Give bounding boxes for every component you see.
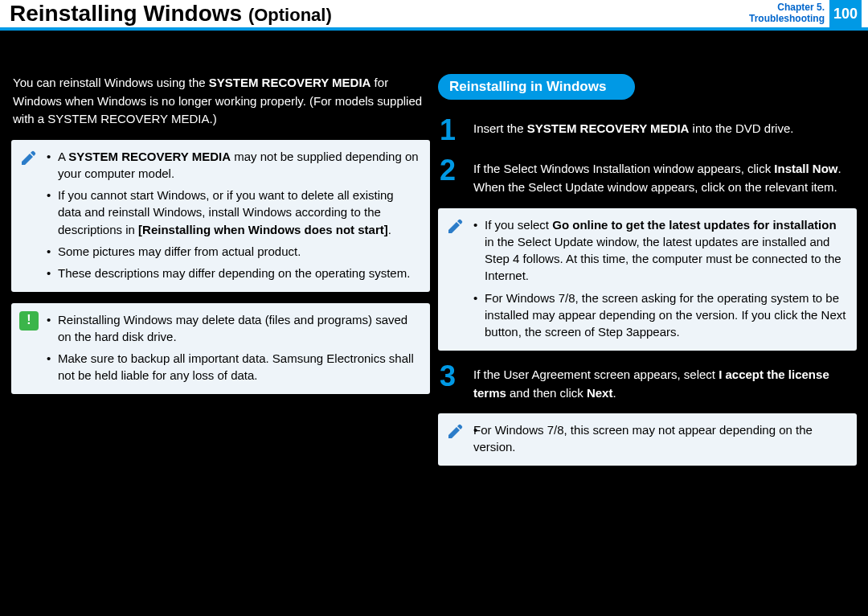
bold: Install Now (774, 162, 837, 175)
text: If you select (485, 218, 552, 232)
text: A (58, 150, 68, 163)
warning-icon (19, 311, 39, 331)
pencil-icon (446, 216, 465, 236)
step-body: Insert the SYSTEM RECOVERY MEDIA into th… (473, 116, 793, 138)
pencil-icon (446, 421, 465, 441)
note-box-info-3: For Windows 7/8, this screen may not app… (438, 413, 857, 466)
step-1: 1 Insert the SYSTEM RECOVERY MEDIA into … (438, 116, 857, 156)
page: Reinstalling Windows (Optional) Chapter … (0, 0, 868, 616)
step-body: If the Select Windows Installation windo… (473, 156, 855, 197)
bold: Next (587, 386, 613, 400)
title-sub: (Optional) (248, 5, 332, 25)
list-item: Reinstalling Windows may delete data (fi… (47, 311, 420, 346)
list-item: If you select Go online to get the lates… (473, 216, 847, 285)
text: Insert the (473, 121, 527, 135)
intro-paragraph: You can reinstall Windows using the SYST… (11, 74, 430, 140)
bold: [Reinstalling when Windows does not star… (138, 223, 388, 236)
step-body: If the User Agreement screen appears, se… (473, 362, 855, 403)
srm-label: SYSTEM RECOVERY MEDIA (209, 76, 371, 89)
header: Reinstalling Windows (Optional) Chapter … (0, 0, 868, 34)
bold: Go online to get the latest updates for … (552, 218, 836, 232)
note-box-info-2: If you select Go online to get the lates… (438, 208, 857, 351)
step-number: 1 (440, 116, 462, 145)
step-number: 3 (440, 362, 462, 391)
step-3: 3 If the User Agreement screen appears, … (438, 362, 857, 414)
page-number: 100 (829, 0, 862, 27)
list-item: Some pictures may differ from actual pro… (47, 243, 420, 260)
right-column: Reinstalling in Windows 1 Insert the SYS… (438, 74, 857, 477)
text: . (612, 386, 616, 400)
section-heading: Reinstalling in Windows (438, 74, 635, 100)
text: . (388, 223, 391, 236)
page-title: Reinstalling Windows (Optional) (10, 0, 332, 29)
list-item: A SYSTEM RECOVERY MEDIA may not be suppl… (47, 148, 420, 183)
note-box-warning: Reinstalling Windows may delete data (fi… (11, 303, 430, 394)
chapter-line1: Chapter 5. (749, 2, 825, 13)
chapter-label: Chapter 5. Troubleshooting (749, 2, 825, 24)
content-columns: You can reinstall Windows using the SYST… (0, 34, 868, 477)
note-box-info-1: A SYSTEM RECOVERY MEDIA may not be suppl… (11, 140, 430, 292)
list-item: If you cannot start Windows, or if you w… (47, 187, 420, 238)
bold: SYSTEM RECOVERY MEDIA (527, 121, 690, 135)
text: and then click (506, 386, 587, 400)
title-main: Reinstalling Windows (10, 1, 242, 26)
pencil-icon (19, 148, 39, 167)
list-item: For Windows 7/8, the screen asking for t… (473, 290, 847, 341)
step-2: 2 If the Select Windows Installation win… (438, 156, 857, 208)
text: into the DVD drive. (689, 121, 793, 135)
text: If the User Agreement screen appears, se… (473, 368, 719, 381)
list-item: Make sure to backup all important data. … (47, 350, 420, 384)
list-item: For Windows 7/8, this screen may not app… (473, 421, 847, 456)
left-column: You can reinstall Windows using the SYST… (11, 74, 430, 477)
bold: SYSTEM RECOVERY MEDIA (68, 150, 231, 163)
text: in the Select Update window, the latest … (485, 235, 841, 283)
list-item: These descriptions may differ depending … (47, 265, 420, 281)
text: If the Select Windows Installation windo… (473, 162, 774, 175)
step-number: 2 (440, 156, 462, 185)
chapter-line2: Troubleshooting (749, 13, 825, 24)
